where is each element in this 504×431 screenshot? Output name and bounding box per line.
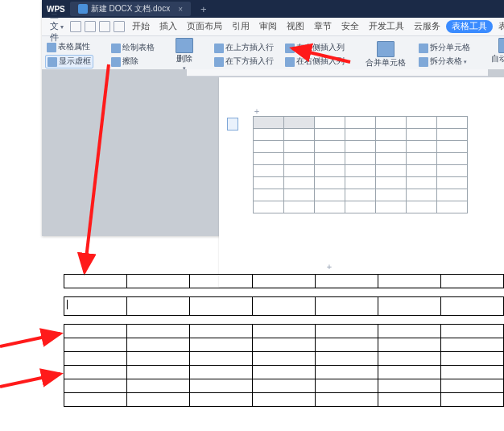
table-cell[interactable] bbox=[315, 201, 345, 213]
menu-cloud[interactable]: 云服务 bbox=[410, 21, 444, 32]
table-cell[interactable] bbox=[376, 165, 407, 177]
menu-page-layout[interactable]: 页面布局 bbox=[183, 21, 226, 32]
menu-table-style[interactable]: 表格样式 bbox=[494, 21, 504, 32]
table-cell[interactable] bbox=[254, 153, 284, 165]
table-cell[interactable] bbox=[345, 117, 376, 129]
menu-view[interactable]: 视图 bbox=[283, 21, 308, 32]
table-cell[interactable] bbox=[345, 141, 376, 153]
page[interactable]: + + + bbox=[219, 77, 504, 287]
table-cell[interactable] bbox=[254, 201, 284, 213]
table-cell[interactable] bbox=[254, 117, 284, 129]
table-cell[interactable] bbox=[345, 153, 376, 165]
table-cell[interactable] bbox=[284, 117, 315, 129]
document-tab[interactable]: 新建 DOCX 文档.docx × bbox=[70, 2, 191, 16]
show-gridlines-button[interactable]: 显示虚框 bbox=[45, 55, 93, 68]
table-cell[interactable] bbox=[437, 141, 468, 153]
table-cell[interactable] bbox=[284, 201, 315, 213]
table-cell[interactable] bbox=[315, 117, 345, 129]
table-add-handle-bottom[interactable]: + bbox=[324, 261, 335, 272]
table-cell[interactable] bbox=[376, 201, 407, 213]
svg-line-3 bbox=[0, 374, 60, 387]
insert-col-right-button[interactable]: 在右侧插入列 bbox=[283, 56, 346, 68]
table-cell[interactable] bbox=[376, 129, 407, 141]
menu-security[interactable]: 安全 bbox=[337, 21, 363, 32]
table-cell[interactable] bbox=[407, 117, 437, 129]
table-cell[interactable] bbox=[407, 189, 437, 201]
table-cell[interactable] bbox=[315, 189, 345, 201]
table-cell[interactable] bbox=[376, 117, 407, 129]
table-cell[interactable] bbox=[437, 177, 468, 189]
table-cell[interactable] bbox=[345, 177, 376, 189]
table-cell[interactable] bbox=[284, 141, 315, 153]
table-cell bbox=[316, 338, 378, 352]
menu-table-tools[interactable]: 表格工具 bbox=[446, 20, 493, 33]
table-cell[interactable] bbox=[284, 129, 315, 141]
table-cell bbox=[127, 352, 190, 366]
table-cell[interactable] bbox=[437, 201, 468, 213]
table-cell[interactable] bbox=[254, 177, 284, 189]
table-cell[interactable] bbox=[254, 165, 284, 177]
table-cell[interactable] bbox=[437, 189, 468, 201]
table-cell[interactable] bbox=[407, 201, 437, 213]
split-cells-button[interactable]: 拆分单元格 bbox=[417, 42, 472, 54]
menu-dev-tools[interactable]: 开发工具 bbox=[365, 21, 408, 32]
table-cell[interactable] bbox=[345, 189, 376, 201]
table-cell bbox=[378, 366, 441, 379]
table-cell[interactable] bbox=[437, 165, 468, 177]
eraser-button[interactable]: 擦除 bbox=[109, 56, 156, 68]
close-tab-icon[interactable]: × bbox=[178, 5, 183, 14]
document-area: + + + bbox=[42, 69, 504, 236]
menu-sections[interactable]: 章节 bbox=[310, 21, 336, 32]
table-cell[interactable] bbox=[315, 165, 345, 177]
table-cell[interactable] bbox=[376, 177, 407, 189]
table-cell[interactable] bbox=[284, 189, 315, 201]
table-cell[interactable] bbox=[345, 201, 376, 213]
table-cell[interactable] bbox=[315, 153, 345, 165]
table-cell[interactable] bbox=[345, 165, 376, 177]
menu-insert[interactable]: 插入 bbox=[155, 21, 181, 32]
table-cell[interactable] bbox=[376, 153, 407, 165]
table-cell[interactable] bbox=[254, 141, 284, 153]
draw-table-button[interactable]: 绘制表格 bbox=[109, 42, 156, 54]
table-cell[interactable] bbox=[407, 177, 437, 189]
table-cell[interactable] bbox=[376, 189, 407, 201]
split-table-button[interactable]: 拆分表格▾ bbox=[417, 56, 472, 68]
menu-references[interactable]: 引用 bbox=[228, 21, 254, 32]
qat-undo-icon[interactable] bbox=[99, 21, 110, 32]
table-cell[interactable] bbox=[254, 189, 284, 201]
menu-start[interactable]: 开始 bbox=[128, 21, 154, 32]
document-table[interactable] bbox=[253, 116, 468, 213]
table-properties-button[interactable]: 表格属性 bbox=[45, 41, 93, 53]
table-move-handle-icon[interactable] bbox=[227, 118, 238, 131]
table-cell[interactable] bbox=[407, 153, 437, 165]
table-cell[interactable] bbox=[315, 141, 345, 153]
merge-cells-button[interactable]: 合并单元格 bbox=[362, 38, 409, 72]
table-cell[interactable] bbox=[315, 177, 345, 189]
split-table-icon bbox=[419, 57, 428, 67]
table-cell[interactable] bbox=[437, 129, 468, 141]
menu-review[interactable]: 审阅 bbox=[255, 21, 281, 32]
table-cell[interactable] bbox=[284, 165, 315, 177]
table-cell[interactable] bbox=[437, 117, 468, 129]
qat-redo-icon[interactable] bbox=[114, 21, 125, 32]
table-cell[interactable] bbox=[284, 153, 315, 165]
table-cell[interactable] bbox=[345, 129, 376, 141]
table-cell[interactable] bbox=[315, 129, 345, 141]
new-tab-button[interactable]: + bbox=[196, 3, 212, 15]
insert-row-below-button[interactable]: 在下方插入行 bbox=[213, 56, 275, 68]
table-cell[interactable] bbox=[284, 177, 315, 189]
table-cell[interactable] bbox=[407, 129, 437, 141]
table-cell[interactable] bbox=[376, 141, 407, 153]
insert-col-left-button[interactable]: 在左侧插入列 bbox=[283, 42, 346, 54]
qat-print-icon[interactable] bbox=[85, 21, 96, 32]
autofit-button[interactable]: 自动调整▾ bbox=[488, 38, 504, 72]
table-cell bbox=[441, 393, 504, 407]
table-cell[interactable] bbox=[407, 141, 437, 153]
insert-row-above-button[interactable]: 在上方插入行 bbox=[213, 42, 275, 54]
delete-button[interactable]: 删除▾ bbox=[172, 38, 196, 72]
table-cell[interactable] bbox=[437, 153, 468, 165]
table-add-handle-top[interactable]: + bbox=[251, 106, 262, 117]
qat-save-icon[interactable] bbox=[70, 21, 81, 32]
table-cell[interactable] bbox=[254, 129, 284, 141]
table-cell[interactable] bbox=[407, 165, 437, 177]
